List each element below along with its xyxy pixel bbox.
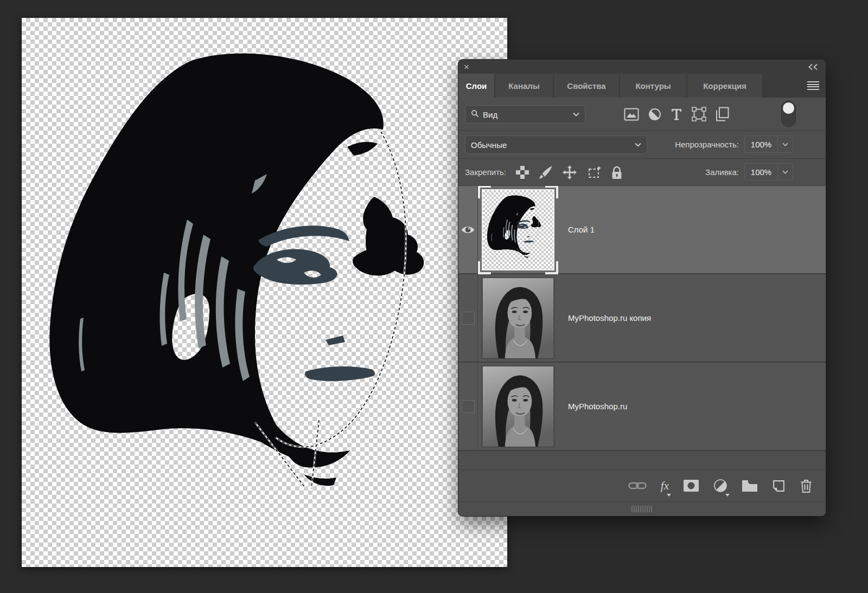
link-layers-icon[interactable]: [628, 481, 647, 491]
search-icon: [471, 109, 479, 119]
panel-resize-bar[interactable]: [458, 501, 826, 516]
tab-paths[interactable]: Контуры: [620, 74, 686, 98]
panel-titlebar: ×: [458, 60, 826, 74]
tabrow-filler: [763, 74, 826, 98]
blend-mode-value: Обычные: [471, 140, 507, 150]
new-layer-icon[interactable]: [772, 479, 786, 493]
selection-bracket: [478, 261, 491, 274]
collapse-panel-icon[interactable]: [807, 63, 819, 70]
layer-style-fx-icon[interactable]: fx: [661, 479, 669, 493]
selection-bracket: [545, 261, 558, 274]
layer-name[interactable]: MyPhotoshop.ru: [559, 363, 627, 450]
thumbnail-cell: [478, 186, 559, 273]
visibility-cell[interactable]: [458, 186, 478, 273]
lock-all-icon[interactable]: [611, 165, 623, 180]
visibility-off-box: [462, 400, 475, 413]
layer-row-2[interactable]: MyPhotoshop.ru копия: [458, 274, 826, 363]
tab-properties[interactable]: Свойства: [554, 74, 619, 98]
opacity-input[interactable]: 100%: [744, 136, 793, 153]
layers-panel: × Слои Каналы Свойства Контуры Коррекция…: [458, 60, 826, 516]
fill-input[interactable]: 100%: [744, 163, 793, 181]
close-icon[interactable]: ×: [464, 62, 469, 72]
visibility-cell[interactable]: [458, 274, 478, 362]
layer-name[interactable]: Слой 1: [559, 186, 595, 273]
document-canvas[interactable]: [22, 18, 507, 567]
layer-thumbnail[interactable]: [482, 366, 554, 447]
selection-bracket: [545, 186, 558, 198]
opacity-label: Непрозрачность:: [675, 140, 739, 149]
filter-toggle-knob: [783, 102, 794, 114]
new-adjustment-layer-icon[interactable]: [713, 479, 727, 493]
photoshop-workspace: { "canvas": { "artwork": "black-and-whit…: [0, 0, 868, 593]
chevron-down-icon: [635, 143, 641, 147]
layer-thumbnail[interactable]: [482, 278, 554, 359]
resize-grip-icon: [631, 506, 653, 512]
pixel-layers-filter-icon[interactable]: [624, 108, 639, 121]
lock-transparency-icon[interactable]: [515, 165, 529, 179]
lock-position-icon[interactable]: [562, 165, 577, 180]
lock-artboard-icon[interactable]: [586, 165, 602, 180]
filter-toggle[interactable]: [781, 101, 796, 127]
filter-kind-select[interactable]: Вид: [465, 105, 585, 124]
fill-value: 100%: [745, 164, 777, 180]
layer-thumbnail[interactable]: [482, 189, 554, 270]
tab-layers[interactable]: Слои: [458, 74, 494, 98]
selection-bracket: [478, 186, 491, 198]
layer-row-3[interactable]: MyPhotoshop.ru: [458, 363, 826, 451]
filter-type-buttons: [624, 107, 729, 121]
opacity-value: 100%: [745, 136, 777, 152]
layer-row-1[interactable]: Слой 1: [458, 186, 826, 274]
caret-down-icon: [725, 494, 730, 497]
chevron-down-icon[interactable]: [777, 164, 793, 180]
visibility-off-box: [462, 312, 475, 325]
stencil-artwork: [22, 18, 507, 567]
eye-icon: [461, 225, 475, 235]
chevron-down-icon: [573, 112, 579, 117]
layer-filter-row: Вид: [458, 98, 826, 131]
layers-list: Слой 1 MyPhotoshop.ru копия: [458, 186, 826, 469]
shape-layers-filter-icon[interactable]: [692, 107, 706, 121]
fill-label: Заливка:: [705, 167, 739, 177]
chevron-down-icon[interactable]: [777, 136, 793, 152]
adjustment-layers-filter-icon[interactable]: [648, 108, 661, 121]
thumbnail-cell: [478, 274, 559, 362]
lock-label: Закрепить:: [465, 167, 506, 177]
thumbnail-cell: [478, 363, 559, 450]
tab-adjustments[interactable]: Коррекция: [687, 74, 762, 98]
add-layer-mask-icon[interactable]: [683, 479, 699, 492]
lock-row: Закрепить: Заливка: 100%: [458, 159, 826, 186]
blend-mode-select[interactable]: Обычные: [465, 136, 647, 154]
visibility-cell[interactable]: [458, 363, 478, 450]
tab-channels[interactable]: Каналы: [495, 74, 553, 98]
filter-kind-value: Вид: [483, 110, 497, 119]
panel-toolbar: fx: [458, 469, 826, 501]
panel-menu-icon[interactable]: [807, 81, 819, 90]
panel-tabs: Слои Каналы Свойства Контуры Коррекция: [458, 74, 826, 98]
type-layers-filter-icon[interactable]: [671, 108, 682, 121]
caret-down-icon: [667, 494, 671, 497]
blend-row: Обычные Непрозрачность: 100%: [458, 131, 826, 159]
smart-objects-filter-icon[interactable]: [716, 107, 729, 121]
delete-layer-icon[interactable]: [800, 479, 813, 493]
lock-buttons: [515, 165, 623, 180]
new-group-folder-icon[interactable]: [742, 479, 758, 492]
lock-pixels-brush-icon[interactable]: [539, 165, 553, 179]
layer-name[interactable]: MyPhotoshop.ru копия: [559, 274, 651, 362]
